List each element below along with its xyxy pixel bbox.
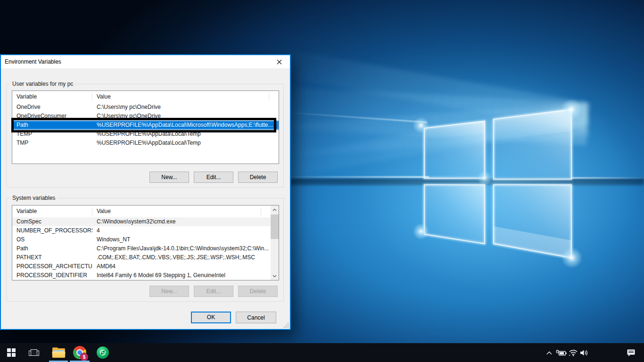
- table-row[interactable]: OneDriveC:\Users\my pc\OneDrive: [12, 103, 279, 112]
- user-delete-button[interactable]: Delete: [238, 172, 278, 183]
- value-cell: C:\Windows\system32\cmd.exe: [92, 217, 271, 226]
- corner-flare: [409, 114, 433, 137]
- column-header-value[interactable]: Value: [92, 93, 269, 101]
- table-row[interactable]: TMP%USERPROFILE%\AppData\Local\Temp: [12, 139, 279, 148]
- vertical-scrollbar[interactable]: [271, 206, 279, 280]
- system-variables-rows: ComSpecC:\Windows\system32\cmd.exeNUMBER…: [12, 217, 271, 280]
- scroll-down-button[interactable]: [271, 272, 279, 280]
- variable-cell: OS: [12, 235, 92, 244]
- resize-grip[interactable]: [283, 322, 289, 328]
- system-variables-list[interactable]: Variable Value ComSpecC:\Windows\system3…: [12, 205, 279, 280]
- table-row[interactable]: OneDriveConsumerC:\Users\my pc\OneDrive: [12, 112, 279, 121]
- table-row[interactable]: TEMP%USERPROFILE%\AppData\Local\Temp: [12, 130, 279, 139]
- ok-button[interactable]: OK: [191, 312, 231, 323]
- variable-cell: OneDriveConsumer: [12, 112, 92, 121]
- android-studio-icon: [97, 346, 109, 359]
- light-streak: [278, 176, 429, 178]
- system-variables-group-label: System variables: [10, 195, 57, 201]
- table-row[interactable]: PROCESSOR_IDENTIFIERIntel64 Family 6 Mod…: [12, 271, 271, 280]
- value-cell: Windows_NT: [92, 235, 271, 244]
- value-cell: AMD64: [92, 262, 271, 271]
- variable-cell: TEMP: [12, 130, 92, 139]
- user-variables-rows: OneDriveC:\Users\my pc\OneDriveOneDriveC…: [12, 103, 279, 148]
- table-row[interactable]: ComSpecC:\Windows\system32\cmd.exe: [12, 217, 271, 226]
- value-cell: C:\Users\my pc\OneDrive: [92, 112, 279, 121]
- user-variables-list[interactable]: Variable Value OneDriveC:\Users\my pc\On…: [12, 90, 279, 164]
- table-row[interactable]: Path%USERPROFILE%\AppData\Local\Microsof…: [12, 121, 279, 130]
- network-tray-button[interactable]: [568, 343, 579, 362]
- start-button[interactable]: [0, 343, 23, 362]
- volume-tray-button[interactable]: [578, 343, 590, 362]
- corner-flare: [474, 167, 495, 189]
- value-cell: C:\Program Files\Java\jdk-14.0.1\bin;C:\…: [92, 244, 271, 253]
- value-cell: Intel64 Family 6 Model 69 Stepping 1, Ge…: [92, 271, 271, 280]
- system-delete-button[interactable]: Delete: [238, 286, 278, 297]
- system-new-button[interactable]: New...: [149, 286, 189, 297]
- chrome-button[interactable]: $: [70, 343, 90, 362]
- corner-flare: [409, 220, 433, 243]
- variable-cell: NUMBER_OF_PROCESSORS: [12, 226, 92, 235]
- file-explorer-button[interactable]: [49, 343, 68, 362]
- table-row[interactable]: PathC:\Program Files\Java\jdk-14.0.1\bin…: [12, 244, 271, 253]
- windows-logo: [410, 94, 580, 269]
- battery-charging-icon: [556, 349, 567, 356]
- dialog-title: Environment Variables: [5, 55, 61, 68]
- chevron-up-icon: [545, 350, 553, 355]
- file-explorer-icon: [52, 347, 65, 358]
- variable-cell: PROCESSOR_IDENTIFIER: [12, 271, 92, 280]
- value-cell: %USERPROFILE%\AppData\Local\Microsoft\Wi…: [92, 121, 279, 130]
- value-cell: .COM;.EXE;.BAT;.CMD;.VBS;.VBE;.JS;.JSE;.…: [92, 253, 271, 262]
- scroll-up-icon: [272, 208, 277, 211]
- scrollbar-thumb[interactable]: [271, 214, 279, 239]
- value-cell: %USERPROFILE%\AppData\Local\Temp: [92, 130, 279, 139]
- environment-variables-dialog: Environment Variables User variables for…: [0, 54, 291, 330]
- scroll-down-icon: [272, 275, 277, 278]
- list-header[interactable]: Variable Value: [12, 206, 271, 217]
- action-center-button[interactable]: [622, 343, 639, 362]
- column-header-variable[interactable]: Variable: [12, 207, 92, 215]
- chrome-badge: $: [80, 353, 88, 361]
- task-view-icon: [29, 349, 39, 356]
- variable-cell: Path: [12, 121, 92, 130]
- wifi-icon: [569, 349, 578, 356]
- table-row[interactable]: OSWindows_NT: [12, 235, 271, 244]
- chrome-icon: $: [73, 346, 86, 359]
- value-cell: %USERPROFILE%\AppData\Local\Temp: [92, 139, 279, 148]
- value-cell: 4: [92, 226, 271, 235]
- close-icon: [277, 59, 282, 65]
- cancel-button[interactable]: Cancel: [236, 312, 276, 323]
- user-new-button[interactable]: New...: [149, 172, 189, 183]
- variable-cell: ComSpec: [12, 217, 92, 226]
- table-row[interactable]: NUMBER_OF_PROCESSORS4: [12, 226, 271, 235]
- column-header-value[interactable]: Value: [92, 207, 261, 215]
- battery-tray-button[interactable]: [555, 343, 568, 362]
- table-row[interactable]: PROCESSOR_ARCHITECTUREAMD64: [12, 262, 271, 271]
- variable-cell: OneDrive: [12, 103, 92, 112]
- variable-cell: PATHEXT: [12, 253, 92, 262]
- variable-cell: Path: [12, 244, 92, 253]
- light-streak: [571, 177, 644, 179]
- task-view-button[interactable]: [23, 343, 45, 362]
- taskbar: $: [0, 343, 644, 362]
- variable-cell: PROCESSOR_ARCHITECTURE: [12, 262, 92, 271]
- user-edit-button[interactable]: Edit...: [194, 172, 233, 183]
- system-edit-button[interactable]: Edit...: [194, 286, 233, 297]
- list-header[interactable]: Variable Value: [12, 91, 279, 103]
- scroll-up-button[interactable]: [271, 206, 279, 214]
- table-row[interactable]: PATHEXT.COM;.EXE;.BAT;.CMD;.VBS;.VBE;.JS…: [12, 253, 271, 262]
- variable-cell: TMP: [12, 139, 92, 148]
- user-variables-group-label: User variables for my pc: [10, 81, 75, 87]
- corner-flare: [557, 243, 587, 273]
- windows-start-icon: [7, 348, 16, 357]
- android-studio-button[interactable]: [92, 343, 113, 362]
- column-header-variable[interactable]: Variable: [12, 93, 92, 101]
- volume-icon: [579, 349, 589, 356]
- corner-flare: [556, 94, 586, 124]
- close-button[interactable]: [269, 55, 290, 68]
- hidden-icons-button[interactable]: [543, 343, 555, 362]
- desktop: Environment Variables User variables for…: [0, 0, 644, 362]
- action-center-icon: [627, 349, 636, 357]
- value-cell: C:\Users\my pc\OneDrive: [92, 103, 279, 112]
- dialog-titlebar[interactable]: Environment Variables: [1, 55, 290, 68]
